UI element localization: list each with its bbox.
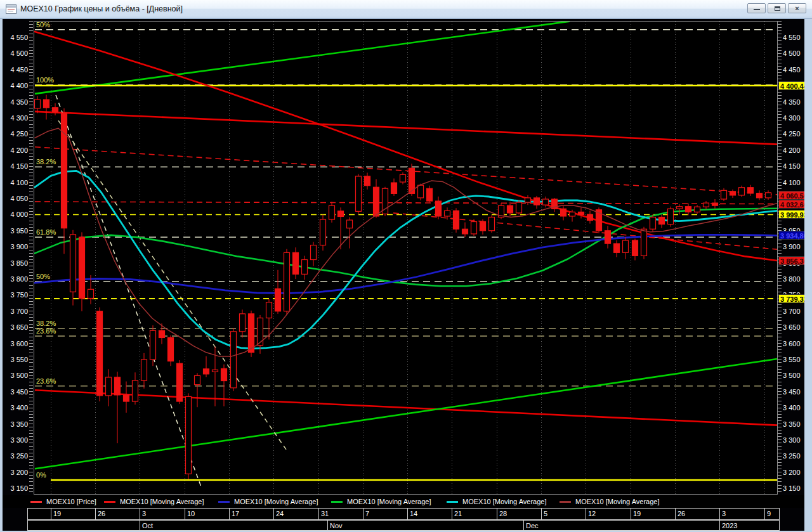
restore-button[interactable] [768, 3, 786, 13]
candle-down [115, 377, 121, 395]
legend-entry: MOEX10 [Moving Average] [331, 495, 431, 508]
candle-down [632, 240, 638, 256]
legend-entry: MOEX10 [Moving Average] [218, 495, 318, 508]
candle-up [347, 220, 353, 228]
candle-down [124, 395, 129, 401]
trend-line[interactable] [58, 120, 287, 450]
candle-up [668, 209, 674, 224]
legend-label: MOEX10 [Moving Average] [462, 498, 546, 505]
date-cell: 26 [675, 508, 720, 520]
candle-down [712, 203, 718, 205]
trend-line[interactable] [35, 147, 777, 195]
y-axis-label: 3 950 [0, 226, 28, 235]
candle-up [704, 203, 709, 207]
title-bar[interactable]: MOEX10 График цены и объёма - [Дневной] … [0, 0, 812, 19]
fib-label: 50% [36, 273, 50, 280]
y-axis-label: 3 300 [0, 436, 28, 444]
candle-down [62, 113, 67, 228]
date-cell: 3 [719, 508, 765, 520]
candle-up [284, 252, 290, 311]
candle-up [311, 245, 317, 260]
candle-down [757, 193, 763, 198]
date-cell: 21 [452, 508, 497, 520]
close-icon: × [789, 4, 806, 12]
candle-up [320, 219, 326, 245]
candle-down [159, 330, 165, 337]
close-button[interactable]: × [788, 3, 806, 13]
date-cell: 24 [273, 508, 319, 520]
moving-average-line [35, 171, 777, 348]
y-axis-label: 4 200 [0, 146, 28, 155]
fib-label: 50% [36, 21, 50, 29]
candle-down [748, 188, 754, 193]
candle-down [534, 198, 540, 205]
fib-label: 61.8% [36, 228, 56, 236]
y-axis-label: 4 450 [0, 65, 28, 74]
trend-line[interactable] [393, 213, 777, 249]
legend-label: MOEX10 [Moving Average] [120, 498, 204, 505]
y-axis-label: 3 400 [0, 403, 28, 412]
candle-down [436, 201, 442, 216]
minimize-icon [754, 9, 760, 10]
candle-down [587, 214, 593, 220]
window-controls: × [747, 3, 806, 13]
candle-down [204, 369, 209, 374]
y-axis-label: 3 650 [0, 323, 28, 332]
legend-color-dash [447, 501, 458, 503]
candle-up [516, 202, 522, 213]
fib-label: 0% [36, 471, 46, 479]
minimize-button[interactable] [747, 3, 766, 13]
moving-average-line [35, 235, 777, 293]
legend-color-dash [30, 501, 42, 503]
left-tick-strip [29, 21, 33, 495]
candle-down [427, 188, 433, 201]
candle-up [231, 332, 237, 388]
candle-up [721, 190, 727, 199]
candle-down [508, 205, 513, 213]
legend-entry: MOEX10 [Moving Average] [560, 495, 659, 508]
moving-average-line [35, 128, 777, 356]
window-border-left [0, 19, 3, 532]
trend-line[interactable] [56, 95, 202, 488]
window-title: MOEX10 График цены и объёма - [Дневной] [20, 4, 183, 13]
trend-line[interactable] [35, 112, 777, 145]
candle-up [195, 375, 200, 384]
candle-up [88, 289, 94, 298]
month-cell [27, 520, 140, 531]
y-axis-label: 3 150 [0, 484, 28, 493]
candle-up [106, 377, 112, 396]
candle-up [489, 217, 495, 230]
legend-bar: MOEX10 [Price]MOEX10 [Moving Average]MOE… [3, 495, 804, 508]
trend-line[interactable] [35, 202, 777, 204]
date-cell: 3 [140, 508, 185, 520]
plot-border [34, 22, 778, 495]
trend-line[interactable] [35, 390, 777, 425]
candle-down [53, 108, 58, 112]
candle-up [400, 174, 406, 182]
candle-up [623, 240, 629, 252]
month-cell: Oct [140, 520, 328, 531]
candle-up [471, 222, 477, 234]
y-axis-label: 4 150 [0, 162, 28, 171]
date-cell: 19 [51, 508, 96, 520]
date-cell: 19 [631, 508, 676, 520]
trend-line[interactable] [35, 22, 570, 94]
candle-down [275, 289, 281, 311]
candle-up [445, 211, 450, 216]
y-axis-label: 3 250 [0, 451, 28, 460]
candle-down [221, 368, 227, 380]
app-window: MOEX10 График цены и объёма - [Дневной] … [0, 0, 812, 532]
month-cell: Dec [523, 520, 720, 531]
legend-label: MOEX10 [Price] [46, 498, 96, 505]
date-cell: 5 [541, 508, 586, 520]
candle-up [525, 198, 531, 202]
candle-down [338, 211, 344, 217]
price-chart[interactable]: 50%100%38.2%61.8%50%38.2%23.6%23.6%0% [34, 21, 778, 495]
candle-up [150, 330, 156, 360]
legend-color-dash [218, 501, 230, 503]
y-axis-label: 3 800 [0, 275, 28, 283]
fib-label: 23.6% [36, 327, 56, 335]
fib-label: 23.6% [36, 377, 56, 385]
date-cell: 10 [185, 508, 230, 520]
legend-entry: MOEX10 [Moving Average] [447, 495, 546, 508]
